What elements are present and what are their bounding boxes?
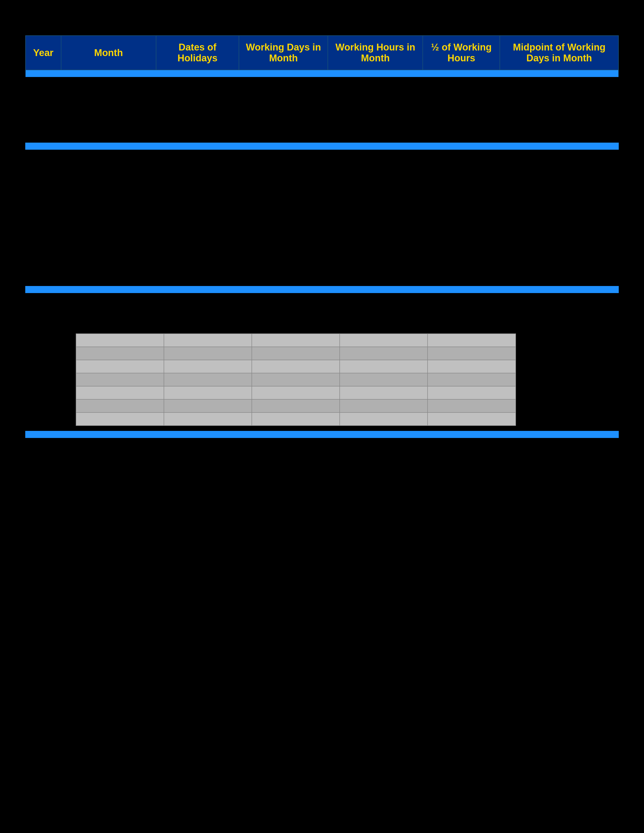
header-blue-bar <box>26 70 618 77</box>
content-area-2 <box>25 150 619 271</box>
table-row <box>76 386 516 399</box>
table-row <box>76 360 516 373</box>
page-container: Year Month Dates of Holidays Working Day… <box>0 0 644 833</box>
blue-divider-3 <box>25 431 619 438</box>
data-table <box>76 333 516 426</box>
col-year: Year <box>26 35 61 70</box>
table-row <box>76 347 516 360</box>
blue-divider-1 <box>25 143 619 150</box>
col-midpoint: Midpoint of Working Days in Month <box>500 35 618 70</box>
col-working-hours: Working Hours in Month <box>328 35 423 70</box>
blue-divider-2 <box>25 286 619 293</box>
col-month: Month <box>61 35 156 70</box>
bottom-section <box>25 438 619 514</box>
table-row <box>76 412 516 426</box>
col-holidays: Dates of Holidays <box>156 35 239 70</box>
table-row <box>76 399 516 412</box>
table-row <box>76 334 516 347</box>
table-header-row: Year Month Dates of Holidays Working Day… <box>26 35 618 70</box>
col-working-days: Working Days in Month <box>239 35 328 70</box>
data-table-wrapper <box>76 333 594 426</box>
table-row <box>76 373 516 386</box>
content-area-1 <box>25 77 619 127</box>
content-area-3 <box>25 293 619 431</box>
col-half-hours: ½ of Working Hours <box>423 35 500 70</box>
main-table: Year Month Dates of Holidays Working Day… <box>25 35 619 77</box>
